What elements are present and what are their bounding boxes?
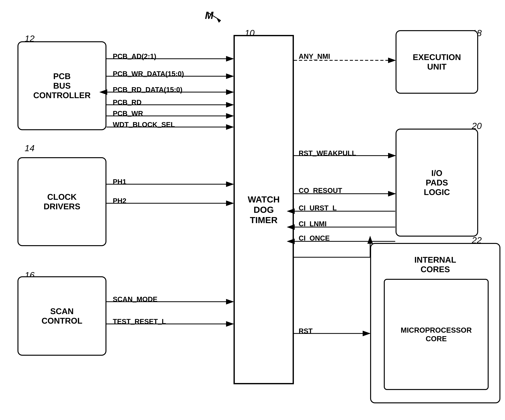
pcb-ad-label: PCB_AD(2:1) xyxy=(113,52,156,60)
internal-cores-label: INTERNALCORES xyxy=(414,255,456,274)
ph2-label: PH2 xyxy=(113,197,126,205)
clock-drivers-block: CLOCKDRIVERS xyxy=(18,157,107,246)
svg-marker-1 xyxy=(217,19,221,23)
scan-control-block: SCANCONTROL xyxy=(18,276,107,356)
scan-control-label: SCANCONTROL xyxy=(41,307,82,326)
io-pads-logic-label: I/OPADSLOGIC xyxy=(424,168,450,197)
watch-dog-timer-block: WATCHDOGTIMER xyxy=(234,35,294,384)
diagram-label: M xyxy=(205,10,213,21)
ci-urst-l-label: CI_URST_L xyxy=(299,204,337,212)
pcb-bus-controller-label: PCBBUSCONTROLLER xyxy=(33,71,91,100)
wdt-block-sel-label: WDT_BLOCK_SEL xyxy=(113,121,175,129)
any-nmi-label: ANY_NMI xyxy=(299,52,330,60)
pcb-rd-label: PCB_RD xyxy=(113,99,142,107)
microprocessor-core-label: MICROPROCESSORCORE xyxy=(401,326,472,343)
pcb-bus-controller-block: PCBBUSCONTROLLER xyxy=(18,41,107,130)
ci-once-label: CI_ONCE xyxy=(299,234,330,242)
execution-unit-label: EXECUTIONUNIT xyxy=(413,52,461,71)
rst-weakpull-label: RST_WEAKPULL xyxy=(299,149,356,157)
execution-unit-block: EXECUTIONUNIT xyxy=(396,30,478,94)
microprocessor-core-block: MICROPROCESSORCORE xyxy=(384,279,489,390)
rst-label: RST xyxy=(299,327,313,335)
scan-mode-label: SCAN_MODE xyxy=(113,295,158,303)
ci-lnmi-label: CI_LNMI xyxy=(299,220,327,228)
diagram: M 12 14 16 10 18 20 22 19 PCBBUSCONTROLL… xyxy=(0,0,505,420)
pcb-wr-data-label: PCB_WR_DATA(15:0) xyxy=(113,70,184,78)
pcb-wr-label: PCB_WR xyxy=(113,110,143,118)
watch-dog-timer-label: WATCHDOGTIMER xyxy=(248,194,280,225)
ref-14: 14 xyxy=(25,143,34,153)
pcb-rd-data-label: PCB_RD_DATA(15:0) xyxy=(113,86,182,94)
ph1-label: PH1 xyxy=(113,178,126,186)
internal-cores-block: INTERNALCORES MICROPROCESSORCORE xyxy=(370,243,500,403)
clock-drivers-label: CLOCKDRIVERS xyxy=(44,192,80,211)
test-reset-l-label: TEST_RESET_L xyxy=(113,318,166,326)
co-resout-label: CO_RESOUT xyxy=(299,187,342,194)
io-pads-logic-block: I/OPADSLOGIC xyxy=(396,129,478,237)
